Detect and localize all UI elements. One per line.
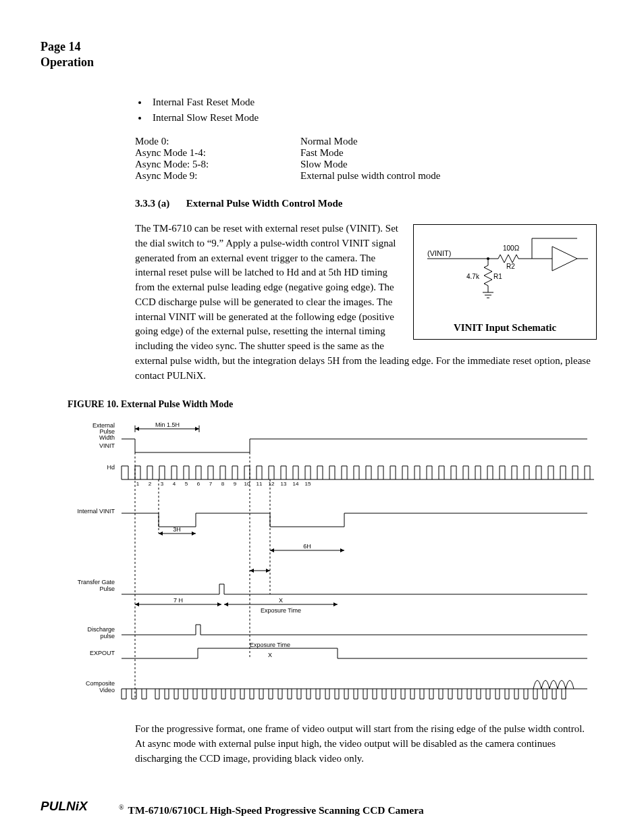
body-paragraph-2: For the progressive format, one frame of…	[135, 722, 597, 766]
subsection-title: External Pulse Width Control Mode	[186, 198, 343, 209]
mode-value: Normal Mode	[300, 136, 597, 147]
timing-annotation: X	[268, 652, 272, 658]
subsection-heading: 3.3.3 (a) External Pulse Width Control M…	[135, 198, 597, 209]
schematic-r47-label: 4.7k	[466, 273, 480, 280]
timing-annotation: 6H	[303, 543, 311, 550]
svg-marker-38	[333, 602, 338, 606]
hd-number: 1	[136, 481, 140, 487]
mode-row: Async Mode: 5-8: Slow Mode	[135, 159, 597, 170]
mode-row: Mode 0: Normal Mode	[135, 136, 597, 147]
svg-marker-28	[270, 548, 274, 552]
timing-annotation: 3H	[173, 526, 181, 533]
timing-label: Hd	[107, 464, 115, 471]
svg-marker-29	[340, 548, 344, 552]
timing-diagram: ExternalPulseWidth VINIT Hd Internal VIN…	[68, 415, 603, 708]
hd-number: 2	[149, 481, 152, 487]
timing-annotation: X	[279, 597, 283, 604]
mode-value: Fast Mode	[300, 147, 597, 159]
page-footer: PULNiX ® TM-6710/6710CL High-Speed Progr…	[41, 799, 603, 816]
subsection-number: 3.3.3 (a)	[135, 198, 184, 209]
hd-number: 6	[197, 481, 200, 487]
timing-label: CompositeVideo	[86, 680, 115, 694]
hd-number: 4	[173, 481, 176, 487]
timing-label: Internal VINIT	[77, 508, 115, 515]
hd-number: 7	[209, 481, 213, 487]
svg-marker-37	[224, 602, 228, 606]
schematic-caption: VINIT Input Schematic	[419, 322, 591, 334]
figure-number: FIGURE 10.	[68, 399, 118, 409]
svg-marker-25	[159, 531, 163, 536]
schematic-r100-label: 100Ω	[503, 244, 520, 252]
svg-marker-35	[217, 602, 221, 606]
timing-annotation: Min 1.5H	[155, 421, 180, 428]
svg-marker-7	[552, 246, 577, 271]
hd-number: 12	[269, 481, 275, 487]
mode-value: External pulse width control mode	[300, 170, 597, 182]
schematic-icon: (VINIT) 100Ω R2 4.7k	[421, 232, 589, 306]
svg-marker-26	[192, 531, 196, 536]
bullet-item: Internal Fast Reset Mode	[149, 97, 597, 108]
timing-annotation: Exposure Time	[261, 607, 301, 614]
bullet-item: Internal Slow Reset Mode	[149, 112, 597, 124]
hd-number: 8	[221, 481, 225, 487]
schematic-r2-label: R2	[506, 263, 515, 270]
hd-number: 9	[234, 481, 237, 487]
hd-number: 13	[281, 481, 287, 487]
hd-number: 14	[293, 481, 299, 487]
page-number: Page 14	[41, 39, 603, 55]
figure-title: External Pulse Width Mode	[121, 399, 233, 409]
timing-label: Dischargepulse	[87, 626, 115, 640]
schematic-vinit-label: (VINIT)	[427, 249, 451, 257]
pulnix-logo-icon: PULNiX	[41, 799, 115, 814]
timing-label: Transfer GatePulse	[78, 579, 115, 592]
hd-number: 15	[305, 481, 311, 487]
svg-marker-34	[135, 602, 139, 606]
svg-marker-32	[266, 569, 270, 573]
timing-label: VINIT	[99, 442, 115, 449]
mode-label: Async Mode 1-4:	[135, 147, 300, 159]
hd-number: 3	[161, 481, 164, 487]
mode-label: Async Mode: 5-8:	[135, 159, 300, 170]
mode-row: Async Mode 9: External pulse width contr…	[135, 170, 597, 182]
mode-value: Slow Mode	[300, 159, 597, 170]
page-header: Page 14 Operation	[41, 39, 603, 70]
hd-number: 11	[257, 481, 263, 487]
mode-table: Mode 0: Normal Mode Async Mode 1-4: Fast…	[135, 136, 597, 182]
schematic-r1-label: R1	[493, 273, 502, 280]
svg-marker-17	[135, 427, 139, 431]
svg-marker-18	[195, 427, 199, 431]
footer-title: TM-6710/6710CL High-Speed Progressive Sc…	[128, 804, 424, 816]
svg-text:PULNiX: PULNiX	[41, 799, 88, 813]
hd-number: 5	[185, 481, 188, 487]
schematic-box: (VINIT) 100Ω R2 4.7k	[413, 224, 597, 340]
bullet-list: Internal Fast Reset Mode Internal Slow R…	[135, 97, 597, 124]
mode-label: Mode 0:	[135, 136, 300, 147]
section-name: Operation	[41, 55, 603, 70]
figure-caption: FIGURE 10. External Pulse Width Mode	[68, 399, 603, 410]
svg-marker-31	[250, 569, 254, 573]
timing-label: EXPOUT	[90, 650, 115, 656]
timing-annotation: Exposure Time	[250, 642, 290, 648]
registered-mark: ®	[119, 804, 124, 811]
mode-label: Async Mode 9:	[135, 170, 300, 182]
timing-annotation: 7 H	[173, 597, 183, 604]
mode-row: Async Mode 1-4: Fast Mode	[135, 147, 597, 159]
timing-label: ExternalPulseWidth	[92, 422, 115, 441]
